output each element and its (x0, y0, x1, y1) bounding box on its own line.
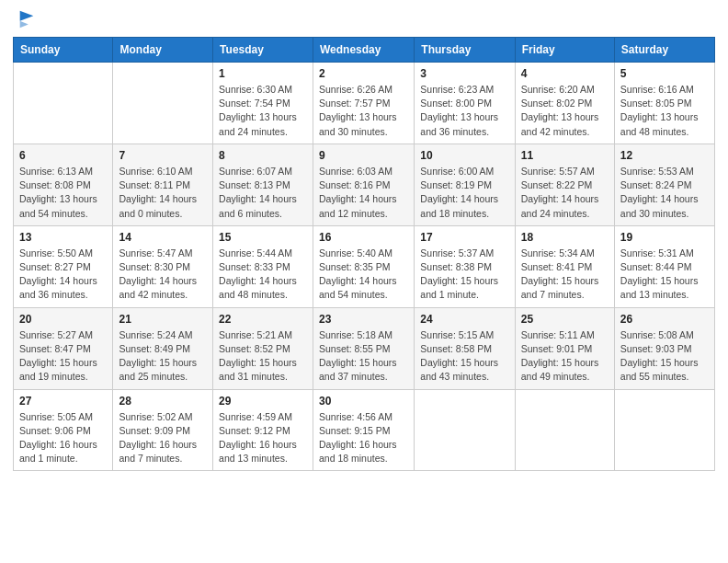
day-number: 1 (219, 67, 307, 80)
calendar-cell: 21Sunrise: 5:24 AM Sunset: 8:49 PM Dayli… (113, 307, 213, 389)
day-info: Sunrise: 5:02 AM Sunset: 9:09 PM Dayligh… (119, 410, 207, 466)
day-info: Sunrise: 6:07 AM Sunset: 8:13 PM Dayligh… (219, 165, 307, 221)
day-number: 23 (319, 313, 408, 326)
calendar-cell: 24Sunrise: 5:15 AM Sunset: 8:58 PM Dayli… (415, 307, 515, 389)
day-number: 17 (420, 231, 508, 244)
day-number: 18 (521, 231, 609, 244)
day-info: Sunrise: 5:21 AM Sunset: 8:52 PM Dayligh… (219, 328, 307, 385)
day-number: 5 (620, 67, 709, 80)
day-number: 26 (620, 313, 709, 326)
day-info: Sunrise: 5:40 AM Sunset: 8:35 PM Dayligh… (319, 247, 408, 303)
calendar-cell: 23Sunrise: 5:18 AM Sunset: 8:55 PM Dayli… (313, 307, 414, 389)
calendar-cell: 8Sunrise: 6:07 AM Sunset: 8:13 PM Daylig… (213, 144, 313, 225)
calendar-cell (614, 389, 714, 471)
logo-flag-icon (17, 9, 37, 29)
calendar-cell: 14Sunrise: 5:47 AM Sunset: 8:30 PM Dayli… (113, 225, 213, 307)
week-row-4: 27Sunrise: 5:05 AM Sunset: 9:06 PM Dayli… (14, 389, 715, 471)
calendar-cell: 10Sunrise: 6:00 AM Sunset: 8:19 PM Dayli… (415, 144, 515, 225)
day-number: 19 (620, 231, 709, 244)
day-number: 24 (420, 313, 508, 326)
day-number: 11 (521, 149, 609, 162)
day-info: Sunrise: 5:57 AM Sunset: 8:22 PM Dayligh… (521, 165, 609, 221)
day-number: 6 (19, 149, 107, 162)
day-info: Sunrise: 5:47 AM Sunset: 8:30 PM Dayligh… (119, 247, 207, 303)
day-info: Sunrise: 6:10 AM Sunset: 8:11 PM Dayligh… (119, 165, 207, 221)
calendar-cell: 18Sunrise: 5:34 AM Sunset: 8:41 PM Dayli… (515, 225, 614, 307)
day-number: 12 (620, 149, 709, 162)
weekday-header-thursday: Thursday (415, 38, 515, 63)
week-row-1: 6Sunrise: 6:13 AM Sunset: 8:08 PM Daylig… (14, 144, 715, 225)
day-number: 7 (119, 149, 207, 162)
day-info: Sunrise: 6:00 AM Sunset: 8:19 PM Dayligh… (420, 165, 508, 221)
day-info: Sunrise: 6:03 AM Sunset: 8:16 PM Dayligh… (319, 165, 408, 221)
svg-marker-1 (20, 21, 28, 28)
calendar-cell: 2Sunrise: 6:26 AM Sunset: 7:57 PM Daylig… (313, 63, 414, 144)
day-info: Sunrise: 6:23 AM Sunset: 8:00 PM Dayligh… (420, 83, 508, 139)
calendar-cell: 5Sunrise: 6:16 AM Sunset: 8:05 PM Daylig… (614, 63, 714, 144)
calendar-cell (415, 389, 515, 471)
calendar-cell: 6Sunrise: 6:13 AM Sunset: 8:08 PM Daylig… (14, 144, 113, 225)
day-number: 8 (219, 149, 307, 162)
calendar-cell: 29Sunrise: 4:59 AM Sunset: 9:12 PM Dayli… (213, 389, 313, 471)
calendar-table: SundayMondayTuesdayWednesdayThursdayFrid… (13, 37, 715, 471)
weekday-header-sunday: Sunday (14, 38, 113, 63)
calendar-cell: 12Sunrise: 5:53 AM Sunset: 8:24 PM Dayli… (614, 144, 714, 225)
day-number: 10 (420, 149, 508, 162)
day-number: 20 (19, 313, 107, 326)
day-info: Sunrise: 5:27 AM Sunset: 8:47 PM Dayligh… (19, 328, 107, 385)
day-number: 15 (219, 231, 307, 244)
day-number: 29 (219, 395, 307, 408)
calendar-cell: 27Sunrise: 5:05 AM Sunset: 9:06 PM Dayli… (14, 389, 113, 471)
weekday-header-friday: Friday (515, 38, 614, 63)
day-number: 27 (19, 395, 107, 408)
calendar-cell: 22Sunrise: 5:21 AM Sunset: 8:52 PM Dayli… (213, 307, 313, 389)
day-info: Sunrise: 5:37 AM Sunset: 8:38 PM Dayligh… (420, 247, 508, 303)
calendar-cell: 4Sunrise: 6:20 AM Sunset: 8:02 PM Daylig… (515, 63, 614, 144)
day-number: 16 (319, 231, 408, 244)
day-number: 3 (420, 67, 508, 80)
calendar-cell: 7Sunrise: 6:10 AM Sunset: 8:11 PM Daylig… (113, 144, 213, 225)
calendar-cell: 11Sunrise: 5:57 AM Sunset: 8:22 PM Dayli… (515, 144, 614, 225)
svg-marker-0 (20, 11, 34, 21)
weekday-header-tuesday: Tuesday (213, 38, 313, 63)
day-number: 21 (119, 313, 207, 326)
week-row-2: 13Sunrise: 5:50 AM Sunset: 8:27 PM Dayli… (14, 225, 715, 307)
day-number: 30 (319, 395, 408, 408)
day-number: 2 (319, 67, 408, 80)
weekday-header-saturday: Saturday (614, 38, 714, 63)
calendar-cell (113, 63, 213, 144)
day-info: Sunrise: 5:11 AM Sunset: 9:01 PM Dayligh… (521, 328, 609, 385)
week-row-0: 1Sunrise: 6:30 AM Sunset: 7:54 PM Daylig… (14, 63, 715, 144)
day-info: Sunrise: 5:24 AM Sunset: 8:49 PM Dayligh… (119, 328, 207, 385)
header (13, 9, 715, 29)
day-number: 22 (219, 313, 307, 326)
day-number: 28 (119, 395, 207, 408)
calendar-cell: 15Sunrise: 5:44 AM Sunset: 8:33 PM Dayli… (213, 225, 313, 307)
calendar-cell: 28Sunrise: 5:02 AM Sunset: 9:09 PM Dayli… (113, 389, 213, 471)
day-number: 4 (521, 67, 609, 80)
day-info: Sunrise: 5:15 AM Sunset: 8:58 PM Dayligh… (420, 328, 508, 385)
calendar-cell: 16Sunrise: 5:40 AM Sunset: 8:35 PM Dayli… (313, 225, 414, 307)
day-info: Sunrise: 5:08 AM Sunset: 9:03 PM Dayligh… (620, 328, 709, 385)
calendar-cell (14, 63, 113, 144)
calendar-cell: 3Sunrise: 6:23 AM Sunset: 8:00 PM Daylig… (415, 63, 515, 144)
calendar-cell: 25Sunrise: 5:11 AM Sunset: 9:01 PM Dayli… (515, 307, 614, 389)
day-info: Sunrise: 5:44 AM Sunset: 8:33 PM Dayligh… (219, 247, 307, 303)
day-info: Sunrise: 5:31 AM Sunset: 8:44 PM Dayligh… (620, 247, 709, 303)
calendar-cell: 13Sunrise: 5:50 AM Sunset: 8:27 PM Dayli… (14, 225, 113, 307)
day-info: Sunrise: 5:34 AM Sunset: 8:41 PM Dayligh… (521, 247, 609, 303)
day-info: Sunrise: 4:56 AM Sunset: 9:15 PM Dayligh… (319, 410, 408, 466)
day-info: Sunrise: 6:16 AM Sunset: 8:05 PM Dayligh… (620, 83, 709, 139)
calendar-cell: 17Sunrise: 5:37 AM Sunset: 8:38 PM Dayli… (415, 225, 515, 307)
calendar-cell: 19Sunrise: 5:31 AM Sunset: 8:44 PM Dayli… (614, 225, 714, 307)
weekday-header-monday: Monday (113, 38, 213, 63)
calendar-cell: 26Sunrise: 5:08 AM Sunset: 9:03 PM Dayli… (614, 307, 714, 389)
day-info: Sunrise: 6:20 AM Sunset: 8:02 PM Dayligh… (521, 83, 609, 139)
calendar-cell: 30Sunrise: 4:56 AM Sunset: 9:15 PM Dayli… (313, 389, 414, 471)
day-info: Sunrise: 5:50 AM Sunset: 8:27 PM Dayligh… (19, 247, 107, 303)
day-info: Sunrise: 6:13 AM Sunset: 8:08 PM Dayligh… (19, 165, 107, 221)
calendar-cell: 20Sunrise: 5:27 AM Sunset: 8:47 PM Dayli… (14, 307, 113, 389)
day-info: Sunrise: 4:59 AM Sunset: 9:12 PM Dayligh… (219, 410, 307, 466)
calendar-cell: 9Sunrise: 6:03 AM Sunset: 8:16 PM Daylig… (313, 144, 414, 225)
day-info: Sunrise: 6:30 AM Sunset: 7:54 PM Dayligh… (219, 83, 307, 139)
